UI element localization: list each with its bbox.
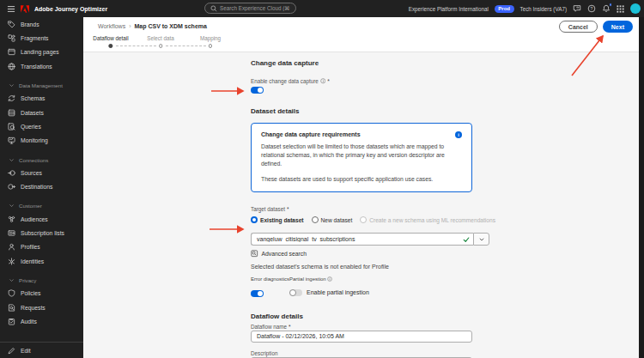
top-nav-bar: Adobe Journey Optimizer Experience Platf… [0,0,644,17]
sidebar-item-queries[interactable]: Queries [0,119,83,133]
cancel-button[interactable]: Cancel [559,21,598,33]
sidebar-section-connections[interactable]: Connections [0,154,83,166]
sidebar-item-brands[interactable]: Brands [0,17,83,31]
fragments-icon [8,34,15,42]
next-button[interactable]: Next [603,21,633,33]
profiles-icon [8,243,15,251]
audits-icon [8,318,15,325]
sidebar-item-audiences[interactable]: Audiences [0,212,83,226]
cdc-requirements-info-box: Change data capture requirements i Datas… [251,123,472,192]
env-badge: Prod [495,5,514,13]
enable-cdc-toggle[interactable] [251,87,264,94]
profile-note: Selected dataset's schema is not enabled… [251,264,491,270]
sidebar-section-customer[interactable]: Customer [0,200,83,212]
radio-disabled-icon [360,216,367,223]
sidebar-item-audits[interactable]: Audits [0,314,83,328]
step-dot [209,44,213,48]
required-asterisk: * [327,78,330,84]
enable-cdc-label: Enable change data capture [251,78,319,84]
help-icon[interactable]: ? [587,4,596,13]
toggle-knob [289,289,296,296]
error-diagnostics-toggle[interactable] [251,290,264,297]
step-label: Select data [147,35,174,41]
info-filled-icon[interactable]: i [455,131,462,138]
monitoring-icon [8,137,15,144]
sidebar-item-destinations[interactable]: Destinations [0,180,83,194]
step-mapping[interactable]: Mapping [200,35,221,48]
required-asterisk: * [289,324,291,330]
edit-pencil-icon [8,347,15,355]
sidebar-item-landing-pages[interactable]: Landing pages [0,46,83,59]
section-heading-change-data-capture: Change data capture [251,59,491,67]
step-dot [159,44,163,48]
dataset-combobox [251,233,489,246]
user-avatar[interactable] [630,3,641,14]
sidebar-item-schemas[interactable]: Schemas [0,92,83,106]
translations-icon [8,63,15,70]
radio-create-schema-ml: Create a new schema using ML recommendat… [360,216,495,223]
toggle-knob [258,88,263,93]
info-box-body-2: These datasets are used to support speci… [261,175,462,184]
identities-icon [8,258,15,265]
chevron-down-icon [478,236,485,243]
target-dataset-label: Target dataset [251,206,285,212]
info-icon[interactable] [320,78,326,84]
required-asterisk: * [287,206,289,212]
adobe-logo [21,5,29,13]
search-input[interactable] [220,5,290,11]
sidebar-item-subscription-lists[interactable]: Subscription lists [0,226,83,240]
tenant-switcher[interactable]: Tech Insiders (VA7) [520,6,567,12]
dataset-dropdown-button[interactable] [473,233,489,246]
partial-ingestion-toggle[interactable] [289,289,302,296]
enable-partial-ingestion-label: Enable partial ingestion [307,289,369,295]
radio-existing-dataset[interactable]: Existing dataset [251,216,304,223]
dataset-input[interactable] [252,236,473,242]
info-icon[interactable] [327,276,332,282]
menu-icon[interactable] [7,5,15,13]
breadcrumb-workflows[interactable]: Workflows [98,23,125,29]
sidebar-item-translations[interactable]: Translations [0,59,83,73]
feedback-icon[interactable] [573,4,581,13]
radio-selected-icon [251,216,258,223]
audiences-icon [8,215,15,223]
radio-new-dataset[interactable]: New dataset [312,216,353,223]
notifications-bell-icon[interactable] [602,4,611,13]
sidebar-item-datasets[interactable]: Datasets [0,106,83,119]
dataflow-detail-form: Change data capture Enable change data c… [251,52,491,358]
sidebar-item-policies[interactable]: Policies [0,286,83,300]
brands-icon [8,21,15,28]
section-heading-dataset-details: Dataset details [251,107,491,115]
dataflow-name-label: Dataflow name [251,324,287,330]
sidebar-section-data-management[interactable]: Data Management [0,80,83,92]
sidebar-section-privacy[interactable]: Privacy [0,274,83,286]
sidebar-nav: Brands Fragments Landing pages Translati… [0,17,83,358]
sidebar-edit-button[interactable]: Edit [0,342,83,358]
sidebar-item-sources[interactable]: Sources [0,166,83,179]
breadcrumb-separator: › [129,23,131,29]
advanced-search-icon [251,250,258,258]
target-dataset-radio-group: Existing dataset New dataset Create a ne… [251,216,491,223]
chevron-down-icon [9,203,15,209]
notification-badge [609,3,613,7]
queries-icon [8,123,15,130]
sidebar-item-profiles[interactable]: Profiles [0,240,83,254]
info-box-title: Change data capture requirements [261,131,452,137]
sidebar-item-requests[interactable]: Requests [0,300,83,314]
section-heading-dataflow-details: Dataflow details [251,312,491,320]
description-label: Description [251,350,278,356]
advanced-search-link[interactable]: Advanced search [251,250,491,258]
chevron-down-icon [9,82,15,88]
workflow-header: Workflows › Map CSV to XDM schema Cancel… [83,17,639,52]
sidebar-item-identities[interactable]: Identities [0,254,83,268]
requests-icon [8,304,15,312]
error-diagnostics-label: Error diagnostics [251,276,289,282]
policies-icon [8,289,15,297]
dataflow-name-input[interactable] [251,331,472,343]
step-label: Dataflow detail [93,35,128,41]
partial-ingestion-label: Partial ingestion [289,276,332,282]
search-bar[interactable] [204,3,296,14]
sidebar-item-monitoring[interactable]: Monitoring [0,134,83,148]
sidebar-item-fragments[interactable]: Fragments [0,31,83,45]
app-switcher-icon[interactable] [617,5,624,13]
search-icon [210,5,217,12]
